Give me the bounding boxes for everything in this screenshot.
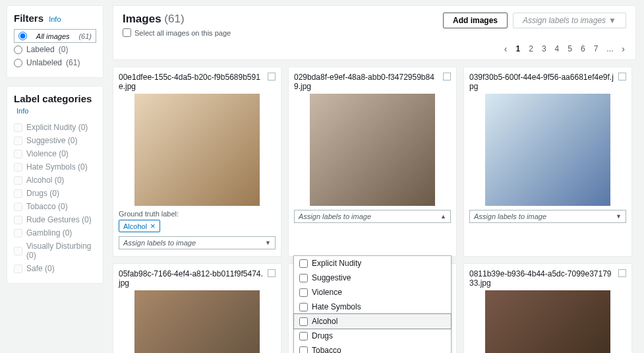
dropdown-option[interactable]: Tobacco: [294, 343, 451, 353]
image-checkbox[interactable]: [618, 73, 626, 80]
assign-labels-button[interactable]: Assign labels to images ▼: [513, 13, 626, 28]
pagination: ‹1234567...›: [123, 44, 626, 54]
label-dropdown: Explicit Nudity Suggestive Violence Hate…: [293, 255, 452, 353]
filters-heading: Filters Info: [14, 13, 96, 24]
page-prev[interactable]: ‹: [503, 44, 509, 54]
categories-panel: Label categories Info Explicit Nudity (0…: [7, 86, 103, 284]
image-checkbox[interactable]: [268, 269, 276, 277]
category-checkbox[interactable]: Drugs (0): [14, 187, 96, 200]
add-images-button[interactable]: Add images: [443, 13, 508, 28]
images-header: Images (61) Select all images on this pa…: [113, 5, 636, 60]
category-checkbox[interactable]: Tobacco (0): [14, 200, 96, 213]
image-thumbnail[interactable]: [469, 290, 626, 353]
remove-tag-icon[interactable]: ×: [150, 221, 156, 231]
chevron-up-icon: ▲: [440, 213, 446, 220]
info-link[interactable]: Info: [16, 107, 28, 115]
assign-labels-select[interactable]: Assign labels to image▼: [469, 210, 626, 223]
dropdown-option[interactable]: Hate Symbols: [294, 300, 451, 314]
image-checkbox[interactable]: [268, 73, 276, 80]
chevron-down-icon: ▼: [265, 240, 271, 246]
category-checkbox[interactable]: Violence (0): [14, 147, 96, 160]
image-card: 00e1dfee-155c-4da5-b20c-f9b5689b591e.jpg…: [113, 67, 281, 257]
page-number[interactable]: 6: [579, 44, 587, 53]
select-all-checkbox[interactable]: Select all images on this page: [123, 28, 231, 37]
category-checkbox[interactable]: Hate Symbols (0): [14, 160, 96, 174]
category-checkbox[interactable]: Suggestive (0): [14, 134, 96, 147]
chevron-down-icon: ▼: [608, 16, 616, 25]
page-title: Images (61): [123, 13, 231, 26]
dropdown-option[interactable]: Suggestive: [294, 271, 451, 285]
image-checkbox[interactable]: [618, 269, 626, 277]
ground-truth-label: Ground truth label:: [119, 210, 276, 218]
category-checkbox[interactable]: Safe (0): [14, 262, 96, 275]
image-card: 0811b39e-b936-4b44-a5dc-7099e3717933.jpg: [463, 263, 632, 353]
dropdown-option[interactable]: Violence: [294, 285, 451, 300]
image-thumbnail[interactable]: [469, 94, 626, 206]
page-number[interactable]: 4: [554, 44, 561, 53]
filter-radio-labeled[interactable]: Labeled (0): [14, 43, 96, 56]
image-filename: 039f30b5-600f-44e4-9f56-aa6681ef4e9f.jpg: [469, 73, 626, 91]
category-checkbox[interactable]: Visually Disturbing (0): [14, 240, 96, 262]
image-thumbnail[interactable]: [119, 290, 276, 353]
filters-panel: Filters Info All images (61) Labeled (0)…: [7, 5, 103, 78]
image-filename: 00e1dfee-155c-4da5-b20c-f9b5689b591e.jpg: [119, 73, 276, 91]
category-checkbox[interactable]: Gambling (0): [14, 226, 96, 240]
dropdown-option[interactable]: Drugs: [294, 329, 451, 343]
image-checkbox[interactable]: [443, 73, 451, 80]
dropdown-option[interactable]: Alcohol: [293, 313, 452, 329]
dropdown-option[interactable]: Explicit Nudity: [294, 256, 451, 271]
filter-radio-unlabeled[interactable]: Unlabeled (61): [14, 56, 96, 69]
assign-labels-select[interactable]: Assign labels to image▼: [119, 236, 276, 249]
image-thumbnail[interactable]: [119, 94, 276, 206]
page-number[interactable]: 2: [527, 44, 535, 53]
filter-radio-all-images[interactable]: All images (61): [14, 29, 96, 43]
image-card: 039f30b5-600f-44e4-9f56-aa6681ef4e9f.jpg…: [463, 67, 632, 257]
page-next[interactable]: ›: [620, 44, 626, 54]
label-tag: Alcohol ×: [119, 220, 160, 232]
page-number[interactable]: 7: [593, 44, 600, 53]
image-card: 05fab98c-7166-4ef4-a812-bb011f9f5474.jpg: [113, 263, 281, 353]
page-number[interactable]: ...: [605, 44, 614, 53]
chevron-down-icon: ▼: [616, 213, 622, 220]
category-checkbox[interactable]: Explicit Nudity (0): [14, 121, 96, 134]
image-filename: 0811b39e-b936-4b44-a5dc-7099e3717933.jpg: [469, 269, 626, 288]
page-number[interactable]: 5: [566, 44, 573, 53]
categories-heading: Label categories Info: [14, 93, 96, 115]
info-link[interactable]: Info: [49, 15, 61, 23]
image-card: 029bda8f-e9ef-48a8-abb0-f3472959b849.jpg…: [288, 67, 457, 257]
assign-labels-select[interactable]: Assign labels to image▲: [294, 210, 451, 223]
category-checkbox[interactable]: Rude Gestures (0): [14, 213, 96, 226]
page-number[interactable]: 3: [541, 44, 548, 53]
category-checkbox[interactable]: Alcohol (0): [14, 174, 96, 187]
image-thumbnail[interactable]: [294, 94, 451, 206]
image-filename: 029bda8f-e9ef-48a8-abb0-f3472959b849.jpg: [294, 73, 451, 91]
page-number[interactable]: 1: [515, 44, 522, 53]
image-filename: 05fab98c-7166-4ef4-a812-bb011f9f5474.jpg: [119, 269, 276, 288]
